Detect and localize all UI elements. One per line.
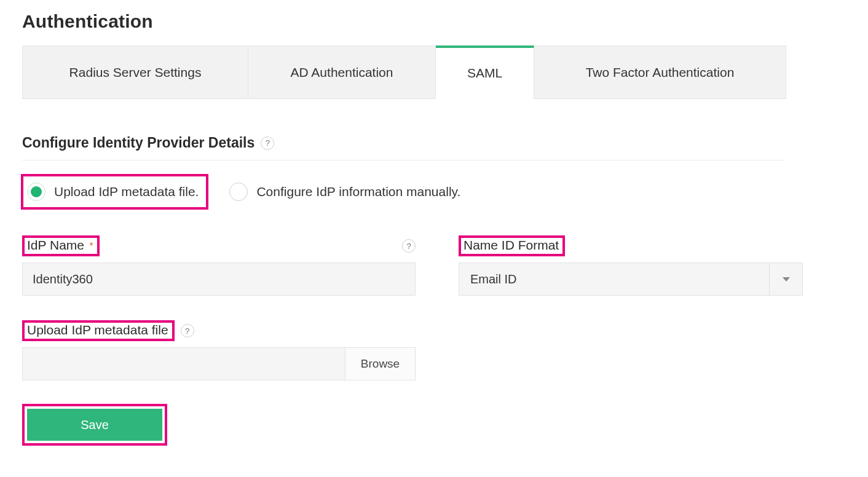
help-icon[interactable]: ? xyxy=(402,239,416,253)
field-name-id-format: Name ID Format Email ID xyxy=(459,235,803,296)
required-mark: * xyxy=(89,241,93,251)
tab-label: Two Factor Authentication xyxy=(586,65,735,80)
save-button[interactable]: Save xyxy=(27,409,162,441)
section-heading-row: Configure Identity Provider Details ? xyxy=(22,135,784,160)
idp-name-label-wrap: IdP Name * xyxy=(22,235,100,256)
tab-radius-server-settings[interactable]: Radius Server Settings xyxy=(22,45,248,98)
radio-icon xyxy=(229,183,248,201)
browse-button[interactable]: Browse xyxy=(345,347,416,380)
help-icon[interactable]: ? xyxy=(261,136,274,150)
chevron-down-icon xyxy=(769,263,802,295)
idp-name-input[interactable] xyxy=(22,262,416,296)
field-label: Name ID Format xyxy=(464,238,559,252)
tab-label: SAML xyxy=(467,66,502,81)
field-label: IdP Name xyxy=(27,238,84,252)
save-highlight: Save xyxy=(22,404,167,446)
field-upload-metadata: Upload IdP metadata file ? Browse xyxy=(22,320,416,380)
name-id-format-select[interactable]: Email ID xyxy=(459,262,803,296)
page-title: Authentication xyxy=(22,11,868,32)
idp-form: IdP Name * ? Name ID Format Email ID xyxy=(22,235,809,296)
tab-saml[interactable]: SAML xyxy=(436,45,534,98)
help-icon[interactable]: ? xyxy=(181,324,194,337)
radio-label: Upload IdP metadata file. xyxy=(54,184,199,199)
radio-icon xyxy=(27,183,45,201)
config-mode-radio-group: Upload IdP metadata file. Configure IdP … xyxy=(22,175,868,208)
field-idp-name: IdP Name * ? xyxy=(22,235,416,296)
select-value: Email ID xyxy=(470,272,517,286)
upload-label-wrap: Upload IdP metadata file xyxy=(22,320,175,341)
tab-two-factor-authentication[interactable]: Two Factor Authentication xyxy=(534,45,786,98)
actions-row: Save xyxy=(22,404,868,446)
auth-tabs: Radius Server Settings AD Authentication… xyxy=(22,45,786,99)
tab-label: AD Authentication xyxy=(291,65,393,80)
tab-ad-authentication[interactable]: AD Authentication xyxy=(248,45,436,98)
section-title: Configure Identity Provider Details xyxy=(22,135,254,151)
nameid-label-wrap: Name ID Format xyxy=(459,235,565,256)
field-label: Upload IdP metadata file xyxy=(27,323,168,337)
radio-upload-metadata[interactable]: Upload IdP metadata file. xyxy=(22,175,207,208)
radio-label: Configure IdP information manually. xyxy=(256,184,460,199)
tab-label: Radius Server Settings xyxy=(69,65,202,80)
radio-configure-manually[interactable]: Configure IdP information manually. xyxy=(224,175,469,208)
upload-file-path-input[interactable] xyxy=(22,347,345,380)
